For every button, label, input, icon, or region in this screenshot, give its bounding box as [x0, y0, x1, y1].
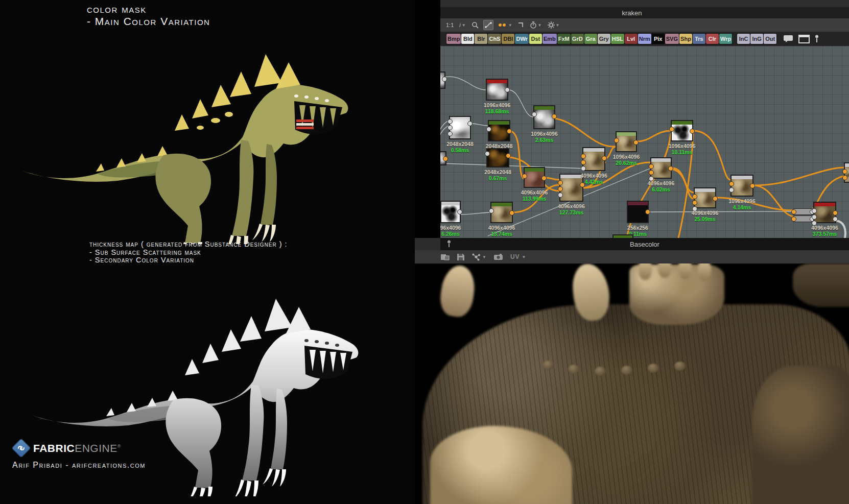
filter-chip-nrm[interactable]: Nrm — [638, 34, 651, 44]
output-port[interactable] — [833, 217, 838, 222]
input-port[interactable] — [812, 214, 817, 220]
input-port[interactable] — [692, 194, 697, 199]
input-port[interactable] — [649, 164, 654, 169]
graph-node-n20[interactable] — [612, 234, 633, 238]
graph-node-n14[interactable] — [650, 157, 672, 179]
filter-chip-svg[interactable]: SVG — [665, 34, 679, 44]
filter-chip-grd[interactable]: GrD — [571, 34, 584, 44]
filter-chip-fxm[interactable]: FxM — [557, 34, 571, 44]
filter-chip-dwr[interactable]: DWr — [515, 34, 528, 44]
input-port[interactable] — [558, 180, 563, 185]
input-port[interactable] — [581, 160, 586, 165]
output-port[interactable] — [443, 156, 448, 161]
graph-node-n19[interactable] — [844, 162, 849, 183]
basecolor-texture-view[interactable] — [415, 263, 849, 504]
input-port[interactable] — [649, 170, 654, 175]
view-2d-header[interactable]: Basecolor — [440, 238, 849, 250]
link-mode-button[interactable] — [483, 20, 493, 30]
input-port[interactable] — [447, 131, 453, 136]
elbow-links-button[interactable] — [517, 20, 525, 30]
compare-ab-icon[interactable] — [440, 253, 450, 261]
graph-node-n1[interactable] — [486, 79, 508, 101]
output-port[interactable] — [750, 183, 755, 188]
input-port[interactable] — [581, 154, 586, 159]
output-port[interactable] — [505, 87, 510, 92]
output-port[interactable] — [633, 140, 639, 145]
pin-icon[interactable] — [815, 35, 819, 43]
filter-chip-inc[interactable]: InC — [737, 34, 750, 44]
filter-chip-ing[interactable]: InG — [750, 34, 763, 44]
input-port[interactable] — [842, 169, 847, 174]
filter-chip-out[interactable]: Out — [764, 34, 776, 44]
reroute-node[interactable] — [793, 215, 813, 222]
camera-icon[interactable] — [493, 253, 503, 260]
reroute-node[interactable] — [793, 208, 813, 215]
graph-node-n2[interactable] — [533, 105, 555, 129]
save-icon[interactable] — [457, 253, 465, 261]
filter-chip-gra[interactable]: Gra — [584, 34, 597, 44]
filter-chip-lvl[interactable]: Lvl — [625, 34, 638, 44]
graph-node-n13[interactable] — [671, 120, 693, 141]
node-graph-canvas[interactable]: 1096x4096118.68ms1096x40962.63ms2048x204… — [415, 46, 849, 238]
connection-style-dropdown[interactable]: ▼ — [497, 20, 513, 30]
input-port[interactable] — [729, 181, 734, 186]
output-port[interactable] — [668, 166, 673, 171]
graph-node-n9[interactable] — [440, 201, 461, 223]
frame-icon[interactable] — [798, 35, 810, 43]
uv-mode-dropdown[interactable]: UV ▼ — [510, 253, 526, 260]
input-port[interactable] — [842, 175, 847, 180]
graph-node-n7[interactable] — [524, 167, 545, 188]
input-port[interactable] — [447, 119, 453, 124]
input-port[interactable] — [669, 127, 674, 132]
input-port[interactable] — [614, 138, 619, 143]
filter-chip-pix[interactable]: Pix — [652, 34, 665, 44]
info-dropdown[interactable]: i▼ — [458, 20, 466, 30]
input-port[interactable] — [485, 151, 490, 156]
output-port[interactable] — [552, 114, 557, 119]
input-port[interactable] — [581, 166, 586, 171]
display-options-dropdown[interactable]: ▼ — [472, 253, 486, 261]
graph-tab-bar[interactable]: kraken — [415, 7, 849, 18]
zoom-1to1-button[interactable]: 1:1 — [445, 20, 455, 30]
graph-tab-title[interactable]: kraken — [622, 9, 642, 17]
input-port[interactable] — [558, 186, 563, 191]
filter-chip-chs[interactable]: ChS — [488, 34, 501, 44]
input-port[interactable] — [486, 127, 491, 132]
filter-chip-bld[interactable]: Bld — [461, 34, 474, 44]
input-port[interactable] — [729, 187, 734, 193]
graph-node-n15[interactable] — [627, 201, 649, 223]
output-port[interactable] — [442, 77, 447, 82]
graph-node-n18[interactable] — [813, 202, 836, 223]
output-port[interactable] — [690, 129, 695, 134]
input-port[interactable] — [532, 112, 537, 117]
filter-chip-clr[interactable]: Clr — [706, 34, 719, 44]
filter-chip-wrp[interactable]: Wrp — [719, 34, 732, 44]
search-button[interactable] — [470, 20, 480, 30]
graph-node-n16[interactable] — [694, 187, 716, 208]
input-port[interactable] — [558, 193, 563, 198]
graph-node-n5[interactable] — [488, 120, 510, 141]
graph-node-n6[interactable] — [486, 148, 509, 167]
graph-node-n11[interactable] — [582, 147, 605, 171]
output-port[interactable] — [833, 210, 838, 215]
graph-node-n17[interactable] — [730, 175, 753, 197]
filter-chip-dst[interactable]: Dst — [529, 34, 542, 44]
timing-dropdown[interactable]: ▼ — [529, 20, 543, 30]
filter-chip-dbl[interactable]: DBl — [502, 34, 514, 44]
graph-node-n12[interactable] — [616, 131, 637, 152]
output-port[interactable] — [467, 121, 473, 126]
filter-chip-bmp[interactable]: Bmp — [446, 34, 461, 44]
input-port[interactable] — [692, 200, 697, 205]
output-port[interactable] — [506, 153, 511, 158]
filter-chip-blr[interactable]: Blr — [475, 34, 487, 44]
output-port[interactable] — [645, 209, 650, 214]
output-port[interactable] — [541, 176, 547, 181]
output-port[interactable] — [509, 210, 514, 215]
graph-node-n4[interactable] — [449, 116, 471, 139]
filter-chip-hsl[interactable]: HSL — [611, 34, 624, 44]
output-port[interactable] — [713, 196, 718, 201]
output-port[interactable] — [507, 129, 512, 134]
comment-icon[interactable] — [783, 35, 793, 43]
settings-dropdown[interactable]: ▼ — [547, 20, 561, 30]
filter-chip-emb[interactable]: Emb — [543, 34, 557, 44]
